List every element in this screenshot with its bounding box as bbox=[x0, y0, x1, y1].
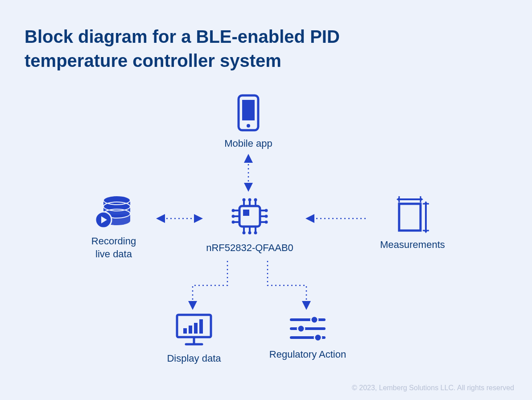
svg-rect-49 bbox=[183, 328, 187, 334]
svg-point-16 bbox=[254, 198, 257, 202]
node-chip-label: nRF52832-QFAAB0 bbox=[205, 242, 294, 255]
chip-icon bbox=[205, 196, 294, 236]
node-recording-label: Recording live data bbox=[76, 235, 152, 260]
node-regulatory: Regulatory Action bbox=[263, 313, 352, 361]
svg-rect-1 bbox=[242, 100, 255, 120]
svg-point-12 bbox=[243, 198, 246, 202]
dimension-icon bbox=[375, 195, 450, 233]
database-play-icon bbox=[76, 194, 152, 230]
svg-point-56 bbox=[297, 325, 305, 332]
sliders-icon bbox=[263, 313, 352, 343]
svg-point-54 bbox=[311, 316, 318, 323]
svg-rect-10 bbox=[243, 210, 249, 216]
svg-rect-9 bbox=[239, 206, 260, 227]
node-mobile-app-label: Mobile app bbox=[222, 137, 275, 150]
svg-rect-50 bbox=[189, 326, 192, 334]
svg-point-32 bbox=[265, 215, 268, 218]
svg-point-18 bbox=[243, 231, 246, 235]
svg-point-24 bbox=[232, 209, 235, 212]
node-measurements-label: Measurements bbox=[375, 239, 450, 252]
node-regulatory-label: Regulatory Action bbox=[263, 348, 352, 361]
svg-point-26 bbox=[232, 215, 235, 218]
svg-point-30 bbox=[265, 209, 268, 212]
node-recording: Recording live data bbox=[76, 194, 152, 260]
svg-rect-51 bbox=[194, 323, 198, 334]
svg-point-58 bbox=[314, 334, 322, 341]
node-measurements: Measurements bbox=[375, 195, 450, 252]
svg-rect-35 bbox=[399, 204, 421, 231]
svg-point-34 bbox=[265, 221, 268, 224]
phone-icon bbox=[222, 94, 275, 132]
svg-point-2 bbox=[247, 124, 250, 128]
node-display: Display data bbox=[156, 312, 232, 365]
monitor-chart-icon bbox=[156, 312, 232, 347]
svg-rect-52 bbox=[199, 319, 203, 334]
node-mobile-app: Mobile app bbox=[222, 94, 275, 150]
node-display-label: Display data bbox=[156, 352, 232, 365]
svg-point-14 bbox=[248, 198, 252, 202]
svg-point-22 bbox=[254, 231, 257, 235]
copyright-text: © 2023, Lemberg Solutions LLC. All right… bbox=[352, 384, 514, 392]
diagram-title: Block diagram for a BLE-enabled PID temp… bbox=[25, 25, 426, 73]
node-chip: nRF52832-QFAAB0 bbox=[205, 196, 294, 255]
svg-point-28 bbox=[232, 221, 235, 224]
svg-point-20 bbox=[248, 231, 252, 235]
